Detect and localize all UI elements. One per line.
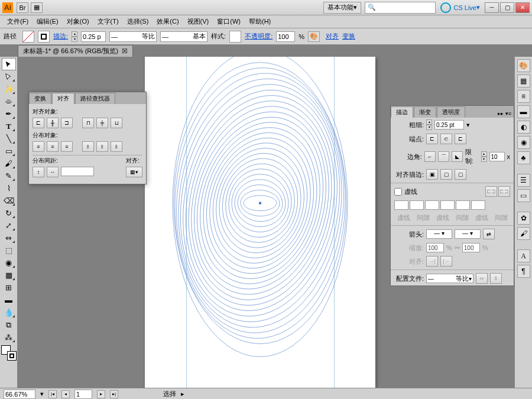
arrow-end-drop[interactable]: — ▾ [455,229,481,239]
pencil-tool[interactable]: ✎ [2,170,16,182]
menu-file[interactable]: 文件(F) [4,16,32,27]
brush-basic-drop[interactable]: — 基本 [160,31,207,42]
align-hcenter-button[interactable]: ╫ [47,118,59,128]
next-artboard-button[interactable]: ▸ [97,390,105,398]
align-stroke-inside-button[interactable]: ▢ [440,169,452,180]
shape-builder-tool[interactable]: ◉ [2,257,16,269]
dist-hspace-button[interactable]: ↔ [47,167,59,177]
panel-collapse-icon[interactable]: ▸▸ ▾≡ [495,109,514,118]
align-left-button[interactable]: ⊏ [33,118,44,128]
cap-square-button[interactable]: ⊏ [455,134,466,144]
line-tool[interactable]: ╲ [2,132,16,145]
dashed-checkbox[interactable] [394,188,402,196]
weight-input[interactable] [434,120,464,129]
pen-tool[interactable]: ✒ [2,108,16,120]
corner-miter-button[interactable]: ⌐ [424,151,436,162]
direct-selection-tool[interactable] [2,70,16,83]
recolor-button[interactable]: 🎨 [308,31,320,42]
align-right-button[interactable]: ⊐ [61,118,73,128]
stroke-swatch[interactable] [38,31,50,43]
dist-right-button[interactable]: ⦀ [111,141,122,152]
bridge-button[interactable]: Br [17,2,28,13]
dist-bottom-button[interactable]: ≡ [61,141,73,152]
dist-vspace-button[interactable]: ↕ [33,167,44,177]
cap-butt-button[interactable]: ⊏ [426,134,438,144]
stroke-panel-icon[interactable]: ≡ [517,90,530,103]
paintbrush-tool[interactable]: 🖌 [2,157,16,170]
mesh-tool[interactable]: ⊞ [2,281,16,294]
scale-tool[interactable]: ⤢ [2,219,16,232]
first-artboard-button[interactable]: |◂ [48,390,57,398]
tab-stroke[interactable]: 描边 [391,106,413,118]
dist-top-button[interactable]: ≡ [33,141,44,152]
free-transform-tool[interactable]: ⬚ [2,244,16,257]
stroke-link[interactable]: 描边: [53,32,68,41]
zoom-input[interactable] [4,390,35,399]
brushes-panel-icon[interactable]: 🖌 [517,227,530,240]
menu-type[interactable]: 文字(T) [94,16,122,27]
corner-bevel-button[interactable]: ◣ [452,151,463,162]
stroke-weight-input[interactable] [81,31,106,42]
magic-wand-tool[interactable]: ✨ [2,83,16,95]
tab-gradient[interactable]: 渐变 [414,106,436,118]
paragraph-panel-icon[interactable]: ¶ [517,265,530,278]
tab-pathfinder[interactable]: 路径查找器 [75,93,115,104]
menu-edit[interactable]: 编辑(E) [33,16,62,27]
arrow-start-drop[interactable]: — ▾ [426,229,452,239]
align-link[interactable]: 对齐 [326,32,339,41]
menu-view[interactable]: 视图(V) [184,16,213,27]
swatches-panel-icon[interactable]: ▦ [517,74,530,87]
cap-round-button[interactable]: ⊂ [440,134,452,144]
type-tool[interactable]: T [2,120,16,132]
blob-brush-tool[interactable]: ⌇ [2,182,16,194]
weight-stepper[interactable]: ▴▾ [426,119,432,130]
lasso-tool[interactable]: ⌯ [2,95,16,108]
limit-input[interactable] [489,152,505,161]
last-artboard-button[interactable]: ▸| [110,390,118,398]
arrange-button[interactable]: ▦ [31,2,43,13]
menu-window[interactable]: 窗口(W) [213,16,244,27]
opacity-input[interactable] [276,31,295,42]
symbols-panel-icon[interactable]: ✿ [517,212,530,225]
dist-vcenter-button[interactable]: ≡ [47,141,59,152]
menu-object[interactable]: 对象(O) [63,16,93,27]
selection-tool[interactable] [2,58,16,70]
eraser-tool[interactable]: ⌫ [2,194,16,207]
color-panel-icon[interactable]: 🎨 [517,59,530,72]
gradient-tool[interactable]: ▬ [2,294,16,306]
close-button[interactable]: ✕ [515,2,530,13]
blend-tool[interactable]: ⧉ [2,319,16,331]
eyedropper-tool[interactable]: 💧 [2,306,16,319]
brush-uniform-drop[interactable]: — 等比 [109,31,157,42]
dist-left-button[interactable]: ⦀ [82,141,94,152]
limit-stepper[interactable]: ▴▾ [481,151,486,162]
weight-drop-icon[interactable]: ▾ [466,121,470,129]
search-input[interactable]: 🔍 [365,2,436,14]
gradient-panel-icon[interactable]: ▬ [517,105,530,118]
rectangle-tool[interactable]: ▭ [2,145,16,157]
appearance-panel-icon[interactable]: ◉ [517,136,530,149]
arrow-swap-button[interactable]: ⇄ [483,229,495,239]
menu-effect[interactable]: 效果(C) [153,16,182,27]
layers-panel-icon[interactable]: ☰ [517,174,530,187]
profile-drop[interactable]: — 等比 ▾ [426,274,473,283]
opacity-link[interactable]: 不透明度: [245,32,273,41]
spacing-input[interactable] [61,167,94,176]
style-swatch[interactable] [229,31,241,43]
align-stroke-center-button[interactable]: ▣ [426,169,438,180]
artboard-number-input[interactable] [74,390,92,399]
align-top-button[interactable]: ⊓ [82,118,94,128]
cslive-button[interactable]: CS Live ▾ [440,2,480,13]
menu-select[interactable]: 选择(S) [124,16,153,27]
corner-round-button[interactable]: ⌒ [438,151,449,162]
align-stroke-outside-button[interactable]: ▢ [455,169,466,180]
width-tool[interactable]: ⇔ [2,232,16,244]
fill-stroke-indicator[interactable] [1,345,17,361]
fill-swatch[interactable] [22,31,34,43]
document-tab[interactable]: 未标题-1* @ 66.67% (RGB/预览)☒ [18,45,133,57]
artboards-panel-icon[interactable]: ▭ [517,189,530,202]
workspace-switcher[interactable]: 基本功能 ▾ [323,2,361,14]
prev-artboard-button[interactable]: ◂ [61,390,70,398]
align-to-button[interactable]: ▦▾ [126,167,142,177]
tab-transform[interactable]: 变换 [29,93,51,104]
